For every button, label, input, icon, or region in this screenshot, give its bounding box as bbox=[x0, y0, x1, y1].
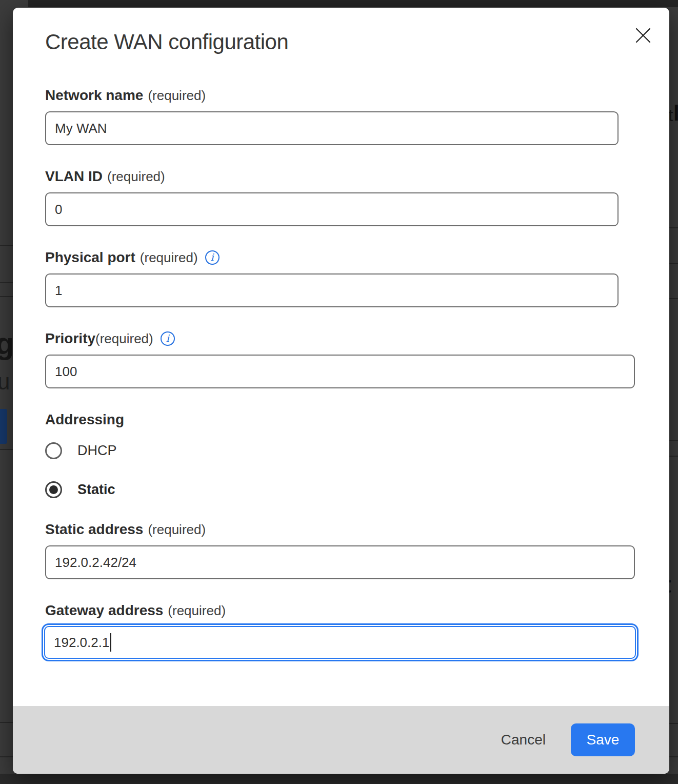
vlan-id-label: VLAN ID bbox=[45, 168, 103, 185]
close-icon[interactable] bbox=[635, 27, 651, 44]
field-vlan-id: VLAN ID (required) bbox=[45, 168, 635, 226]
cancel-button[interactable]: Cancel bbox=[501, 732, 546, 748]
required-hint: (required) bbox=[148, 522, 206, 538]
radio-button-dhcp[interactable] bbox=[45, 442, 62, 459]
gateway-address-input[interactable]: 192.0.2.1 bbox=[44, 626, 636, 659]
gateway-address-value: 192.0.2.1 bbox=[54, 635, 109, 651]
background-row-divider bbox=[0, 296, 13, 297]
dialog-footer: Cancel Save bbox=[13, 706, 669, 774]
radio-option-dhcp[interactable]: DHCP bbox=[45, 442, 635, 459]
info-icon[interactable]: i bbox=[205, 250, 220, 265]
background-row-divider bbox=[669, 456, 678, 457]
background-row-divider bbox=[0, 245, 13, 246]
static-address-input[interactable] bbox=[45, 545, 635, 579]
field-priority: Priority (required) i bbox=[45, 330, 635, 388]
info-icon[interactable]: i bbox=[161, 331, 175, 346]
network-name-label: Network name bbox=[45, 87, 143, 104]
background-row-divider bbox=[0, 449, 13, 450]
physical-port-input[interactable] bbox=[45, 273, 619, 307]
required-hint: (required) bbox=[168, 603, 226, 619]
background-footer-strip bbox=[0, 774, 678, 784]
background-row-divider bbox=[669, 723, 678, 724]
save-button[interactable]: Save bbox=[571, 723, 635, 756]
background-row-divider bbox=[0, 722, 13, 723]
vlan-id-input[interactable] bbox=[45, 192, 619, 226]
background-row-divider bbox=[669, 227, 678, 228]
gateway-address-focus-ring: 192.0.2.1 bbox=[42, 623, 639, 661]
field-physical-port: Physical port (required) i bbox=[45, 249, 635, 307]
text-cursor bbox=[110, 633, 111, 652]
radio-label-static: Static bbox=[77, 482, 115, 498]
background-text-fragment: l bbox=[673, 103, 678, 124]
required-hint: (required) bbox=[95, 331, 153, 347]
radio-label-dhcp: DHCP bbox=[77, 443, 117, 459]
gateway-address-label: Gateway address bbox=[45, 602, 163, 619]
radio-option-static[interactable]: Static bbox=[45, 481, 635, 498]
background-header-strip bbox=[28, 0, 678, 7]
background-text-fragment: u bbox=[0, 370, 10, 393]
network-name-input[interactable] bbox=[45, 111, 619, 145]
priority-input[interactable] bbox=[45, 355, 635, 388]
background-text-fragment: g bbox=[0, 328, 14, 359]
background-row-divider bbox=[669, 263, 678, 264]
addressing-heading: Addressing bbox=[45, 411, 635, 428]
create-wan-configuration-dialog: Create WAN configuration Network name (r… bbox=[13, 8, 669, 774]
background-row-divider bbox=[0, 282, 13, 283]
required-hint: (required) bbox=[148, 88, 206, 104]
priority-label: Priority bbox=[45, 330, 95, 347]
field-static-address: Static address (required) bbox=[45, 521, 635, 579]
static-address-label: Static address bbox=[45, 521, 143, 538]
background-button-fragment bbox=[0, 409, 7, 444]
required-hint: (required) bbox=[107, 169, 165, 185]
background-row-divider bbox=[669, 756, 678, 757]
background-row-divider bbox=[0, 756, 13, 757]
background-row-divider bbox=[669, 440, 678, 441]
dialog-title: Create WAN configuration bbox=[45, 30, 635, 54]
field-gateway-address: Gateway address (required) 192.0.2.1 bbox=[45, 602, 635, 661]
physical-port-label: Physical port bbox=[45, 249, 135, 266]
radio-button-static[interactable] bbox=[45, 481, 62, 498]
background-row-divider bbox=[669, 298, 678, 299]
required-hint: (required) bbox=[140, 250, 198, 266]
field-network-name: Network name (required) bbox=[45, 87, 635, 145]
